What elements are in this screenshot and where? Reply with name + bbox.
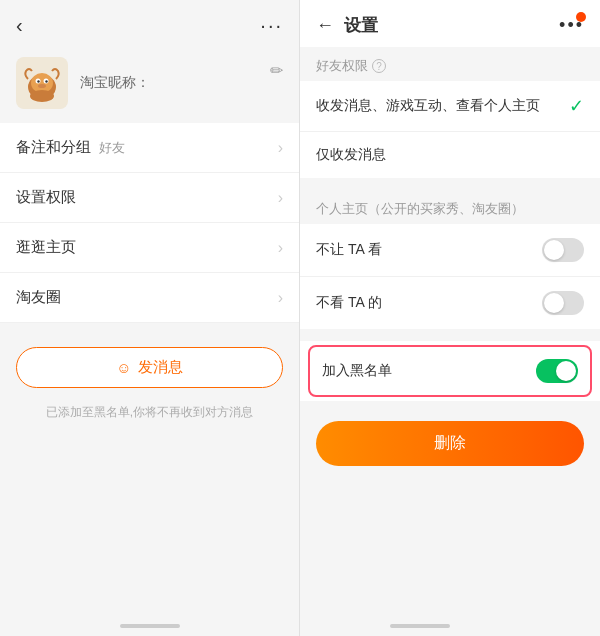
check-icon: ✓: [569, 95, 584, 117]
send-message-button[interactable]: ☺ 发消息: [16, 347, 283, 388]
chevron-right-icon: ›: [278, 239, 283, 257]
info-icon[interactable]: ?: [372, 59, 386, 73]
friend-perm-msg-only-label: 仅收发消息: [316, 146, 386, 164]
toggle-knob: [544, 240, 564, 260]
svg-point-6: [38, 84, 46, 88]
personal-page-header: 个人主页（公开的买家秀、淘友圈）: [300, 190, 600, 224]
delete-button[interactable]: 删除: [316, 421, 584, 466]
friend-perms-group: 收发消息、游戏互动、查看个人主页 ✓ 仅收发消息: [300, 81, 600, 178]
option-hide-from-ta[interactable]: 不让 TA 看: [300, 224, 600, 277]
more-menu-button[interactable]: ···: [260, 14, 283, 37]
hide-from-ta-toggle[interactable]: [542, 238, 584, 262]
back-button[interactable]: ‹: [16, 14, 23, 37]
hide-ta-from-me-toggle[interactable]: [542, 291, 584, 315]
left-panel: ‹ ··· 淘宝昵称： ✏ 备注和分组 好友: [0, 0, 300, 636]
avatar: [16, 57, 68, 109]
right-header: ← 设置 •••: [300, 0, 600, 47]
chevron-right-icon: ›: [278, 189, 283, 207]
menu-item-homepage-label: 逛逛主页: [16, 238, 76, 257]
hide-from-ta-label: 不让 TA 看: [316, 241, 382, 259]
edit-icon[interactable]: ✏: [270, 61, 283, 80]
chevron-right-icon: ›: [278, 139, 283, 157]
send-message-icon: ☺: [116, 359, 131, 376]
personal-page-label: 个人主页（公开的买家秀、淘友圈）: [316, 200, 524, 218]
right-back-button[interactable]: ←: [316, 15, 334, 36]
menu-item-taoyouquan-label: 淘友圈: [16, 288, 61, 307]
svg-point-4: [37, 80, 39, 82]
blacklist-option[interactable]: 加入黑名单: [308, 345, 592, 397]
personal-page-group: 不让 TA 看 不看 TA 的: [300, 224, 600, 329]
menu-item-permissions-label: 设置权限: [16, 188, 76, 207]
menu-item-notes[interactable]: 备注和分组 好友 ›: [0, 123, 299, 173]
home-indicator-right: [390, 624, 450, 628]
hide-ta-from-me-label: 不看 TA 的: [316, 294, 382, 312]
username-label: 淘宝昵称：: [80, 74, 150, 92]
blacklist-toggle[interactable]: [536, 359, 578, 383]
menu-item-permissions[interactable]: 设置权限 ›: [0, 173, 299, 223]
send-btn-area: ☺ 发消息: [0, 331, 299, 404]
send-message-label: 发消息: [138, 358, 183, 377]
right-panel: ← 设置 ••• 好友权限 ? 收发消息、游戏互动、查看个人主页 ✓ 仅收发消息…: [300, 0, 600, 636]
blacklist-notice: 已添加至黑名单,你将不再收到对方消息: [0, 404, 299, 429]
friend-perm-full-label: 收发消息、游戏互动、查看个人主页: [316, 97, 540, 115]
friend-perm-option-full[interactable]: 收发消息、游戏互动、查看个人主页 ✓: [300, 81, 600, 132]
home-indicator-left: [120, 624, 180, 628]
menu-item-taoyouquan[interactable]: 淘友圈 ›: [0, 273, 299, 323]
friend-perm-option-msg-only[interactable]: 仅收发消息: [300, 132, 600, 178]
notification-dot: [576, 12, 586, 22]
toggle-knob: [556, 361, 576, 381]
menu-list: 备注和分组 好友 › 设置权限 › 逛逛主页 › 淘友圈 ›: [0, 123, 299, 323]
svg-point-7: [30, 90, 54, 102]
svg-point-5: [45, 80, 47, 82]
menu-item-notes-label: 备注和分组: [16, 138, 91, 157]
friend-perms-label: 好友权限: [316, 57, 368, 75]
chevron-right-icon: ›: [278, 289, 283, 307]
friend-perms-header: 好友权限 ?: [300, 47, 600, 81]
blacklist-section: 加入黑名单: [300, 341, 600, 401]
option-hide-ta-from-me[interactable]: 不看 TA 的: [300, 277, 600, 329]
menu-item-homepage[interactable]: 逛逛主页 ›: [0, 223, 299, 273]
left-header: ‹ ···: [0, 0, 299, 47]
blacklist-label: 加入黑名单: [322, 362, 392, 380]
menu-item-notes-sub: 好友: [99, 139, 125, 157]
profile-section: 淘宝昵称： ✏: [0, 47, 299, 123]
right-title: 设置: [344, 14, 378, 37]
toggle-knob: [544, 293, 564, 313]
